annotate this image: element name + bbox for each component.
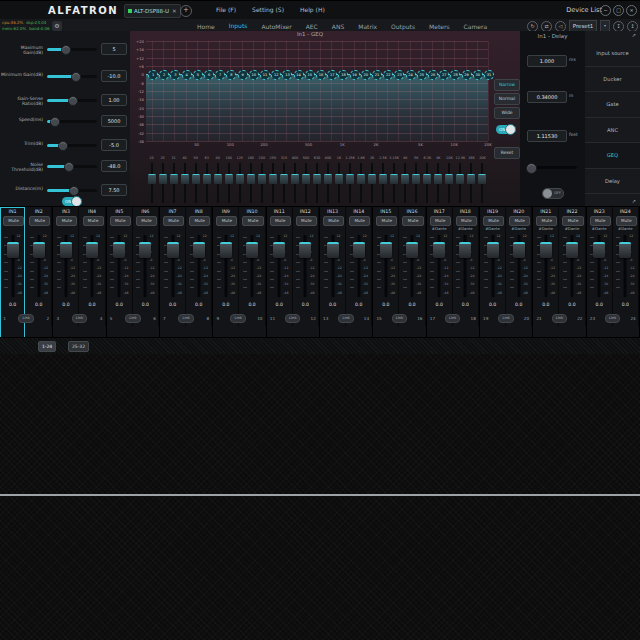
geq-node[interactable]: 10 — [249, 70, 259, 80]
mute-button[interactable]: Mute — [616, 216, 637, 226]
fader-handle[interactable] — [353, 242, 365, 258]
panel-expand-icon[interactable]: ↗ — [632, 32, 636, 38]
geq-node[interactable]: 31 — [484, 70, 494, 80]
mute-button[interactable]: Mute — [242, 216, 263, 226]
geq-node[interactable]: 12 — [271, 70, 281, 80]
param-slider-knob[interactable] — [61, 45, 71, 55]
param-slider[interactable] — [47, 48, 97, 51]
mute-button[interactable]: Mute — [296, 216, 317, 226]
fader-handle[interactable] — [7, 242, 19, 258]
geq-band-handle[interactable] — [159, 174, 167, 184]
geq-node[interactable]: 26 — [428, 70, 438, 80]
transfer-icon[interactable]: ⇄ — [541, 21, 552, 32]
geq-node[interactable]: 30 — [473, 70, 483, 80]
geq-width-wide[interactable]: Wide — [494, 107, 520, 119]
maximize-icon[interactable]: □ — [613, 5, 624, 16]
link-button[interactable]: Link — [230, 314, 245, 323]
param-slider[interactable] — [47, 99, 97, 102]
device-list-button[interactable]: Device List — [566, 6, 602, 14]
geq-width-normal[interactable]: Normal — [494, 93, 520, 105]
delay-value-input[interactable]: 1.11530 — [527, 130, 567, 142]
sidebar-item-delay[interactable]: Delay — [585, 169, 640, 195]
bank-button-1-24[interactable]: 1-24 — [38, 341, 56, 352]
geq-band-handle[interactable] — [236, 174, 244, 184]
bank-button-25-32[interactable]: 25-32 — [68, 341, 89, 352]
mute-button[interactable]: Mute — [270, 216, 291, 226]
mute-button[interactable]: Mute — [189, 216, 210, 226]
fader-handle[interactable] — [273, 242, 285, 258]
geq-node[interactable]: 1 — [148, 70, 158, 80]
param-value[interactable]: -48.0 — [101, 160, 127, 172]
fader-handle[interactable] — [139, 242, 151, 258]
param-value[interactable]: 5000 — [101, 115, 127, 127]
param-slider-knob[interactable] — [50, 117, 60, 127]
geq-node[interactable]: 25 — [417, 70, 427, 80]
geq-band-handle[interactable] — [401, 174, 409, 184]
load-preset-icon[interactable]: ↥ — [627, 21, 638, 32]
param-slider-knob[interactable] — [68, 96, 78, 106]
fader-handle[interactable] — [60, 242, 72, 258]
geq-plot[interactable]: +24+18+12+60-6-12-18-24-30-36-42-4812345… — [146, 41, 488, 141]
geq-band-handle[interactable] — [390, 174, 398, 184]
geq-band-handle[interactable] — [434, 174, 442, 184]
link-button[interactable]: Link — [125, 314, 140, 323]
geq-node[interactable]: 19 — [350, 70, 360, 80]
mute-button[interactable]: Mute — [456, 216, 477, 226]
fader-handle[interactable] — [220, 242, 232, 258]
delay-value-input[interactable]: 0.34000 — [527, 91, 567, 103]
mute-button[interactable]: Mute — [83, 216, 104, 226]
geq-node[interactable]: 11 — [260, 70, 270, 80]
link-button[interactable]: Link — [498, 314, 513, 323]
param-slider[interactable] — [47, 120, 97, 123]
geq-band-handle[interactable] — [247, 174, 255, 184]
param-slider-knob[interactable] — [69, 186, 79, 196]
menu-file[interactable]: File (F) — [216, 6, 236, 13]
mute-button[interactable]: Mute — [323, 216, 344, 226]
mute-button[interactable]: Mute — [3, 216, 24, 226]
sidebar-item-geq[interactable]: GEQ — [585, 143, 640, 169]
geq-band-handle[interactable] — [324, 174, 332, 184]
geq-node[interactable]: 15 — [305, 70, 315, 80]
fader-handle[interactable] — [33, 242, 45, 258]
mute-button[interactable]: Mute — [163, 216, 184, 226]
geq-band-handle[interactable] — [346, 174, 354, 184]
fader-handle[interactable] — [193, 242, 205, 258]
delay-enable-toggle[interactable]: OFF — [542, 188, 564, 199]
geq-node[interactable]: 20 — [361, 70, 371, 80]
mute-button[interactable]: Mute — [590, 216, 611, 226]
geq-band-handle[interactable] — [258, 174, 266, 184]
link-button[interactable]: Link — [285, 314, 300, 323]
fader-handle[interactable] — [299, 242, 311, 258]
geq-node[interactable]: 3 — [170, 70, 180, 80]
mute-button[interactable]: Mute — [136, 216, 157, 226]
fader-handle[interactable] — [487, 242, 499, 258]
geq-node[interactable]: 14 — [294, 70, 304, 80]
mute-button[interactable]: Mute — [29, 216, 50, 226]
settings-gear-icon[interactable]: ⚙ — [52, 21, 62, 31]
geq-node[interactable]: 24 — [406, 70, 416, 80]
mute-button[interactable]: Mute — [56, 216, 77, 226]
geq-band-handle[interactable] — [335, 174, 343, 184]
geq-band-handle[interactable] — [445, 174, 453, 184]
link-button[interactable]: Link — [178, 314, 193, 323]
fader-handle[interactable] — [619, 242, 631, 258]
sidebar-item-input-source[interactable]: Input source — [585, 41, 640, 67]
param-slider[interactable] — [47, 189, 97, 192]
mute-button[interactable]: Mute — [536, 216, 557, 226]
fader-handle[interactable] — [540, 242, 552, 258]
geq-node[interactable]: 22 — [383, 70, 393, 80]
geq-node[interactable]: 23 — [394, 70, 404, 80]
mute-button[interactable]: Mute — [430, 216, 451, 226]
param-value[interactable]: 5 — [101, 43, 127, 55]
mute-button[interactable]: Mute — [562, 216, 583, 226]
panel-collapse-icon[interactable]: ↗ — [632, 198, 636, 204]
geq-band-handle[interactable] — [357, 174, 365, 184]
geq-band-handle[interactable] — [412, 174, 420, 184]
geq-band-handle[interactable] — [423, 174, 431, 184]
device-tab-close-icon[interactable]: ✕ — [172, 8, 177, 14]
sync-icon[interactable]: ↻ — [527, 21, 538, 32]
geq-node[interactable]: 29 — [462, 70, 472, 80]
delay-slider[interactable] — [527, 166, 577, 169]
geq-band-handle[interactable] — [291, 174, 299, 184]
geq-node[interactable]: 6 — [204, 70, 214, 80]
